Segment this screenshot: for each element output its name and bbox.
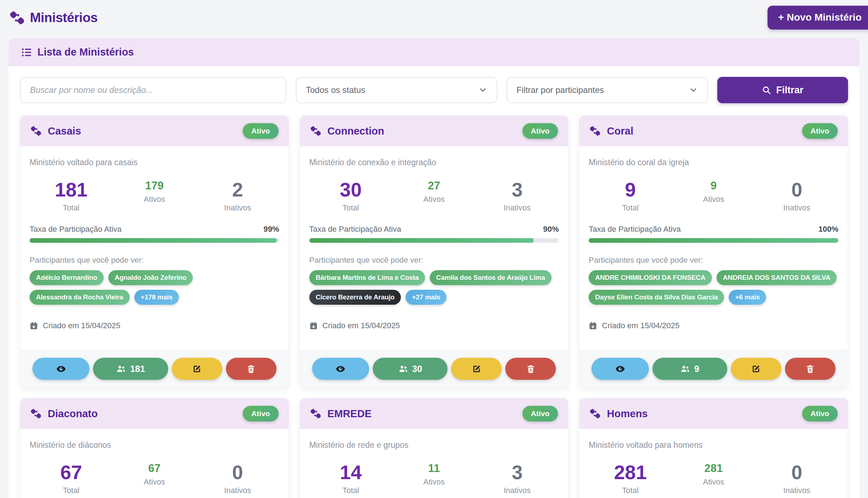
participation-value: 99% bbox=[264, 225, 279, 234]
participant-chips: Adélcio BernardinoAgnaldo João ZeferinoA… bbox=[30, 270, 279, 305]
trash-icon bbox=[246, 364, 256, 374]
active-number: 11 bbox=[392, 463, 476, 474]
active-number: 27 bbox=[392, 180, 476, 191]
chip-more-participants[interactable]: +6 mais bbox=[729, 290, 766, 305]
progress-fill bbox=[589, 238, 838, 243]
participation-value: 100% bbox=[818, 225, 838, 234]
eye-icon bbox=[615, 364, 625, 374]
new-ministry-button[interactable]: + Novo Ministério bbox=[768, 6, 868, 30]
inactive-label: Inativos bbox=[755, 203, 838, 213]
participants-label: Participantes que você pode ver: bbox=[30, 256, 279, 265]
ministry-card: Homens Ativo Ministério voltado para hom… bbox=[579, 398, 848, 498]
progress-fill bbox=[309, 238, 534, 243]
inactive-number: 3 bbox=[476, 180, 559, 200]
participation-row: Taxa de Participação Ativa 100% bbox=[589, 225, 838, 234]
card-header: Diaconato Ativo bbox=[20, 398, 289, 429]
total-number: 30 bbox=[309, 180, 393, 200]
ministry-name: Coral bbox=[607, 125, 633, 137]
active-label: Ativos bbox=[113, 195, 196, 204]
view-button[interactable] bbox=[591, 358, 649, 380]
status-badge: Ativo bbox=[243, 406, 279, 421]
participation-value: 90% bbox=[543, 225, 559, 234]
filter-button[interactable]: Filtrar bbox=[717, 77, 848, 103]
stats-row: 30 Total 27 Ativos 3 Inativos bbox=[309, 180, 559, 213]
chip-more-participants[interactable]: +27 mais bbox=[405, 290, 446, 305]
ministry-description: Ministério de conexão e integração bbox=[309, 158, 559, 167]
stat-active: 281 Ativos bbox=[672, 463, 755, 487]
ministry-card: EMREDE Ativo Ministério de rede e grupos… bbox=[300, 398, 569, 498]
members-button[interactable]: 9 bbox=[652, 358, 727, 380]
view-button[interactable] bbox=[312, 358, 369, 380]
total-label: Total bbox=[30, 203, 113, 213]
inactive-number: 0 bbox=[755, 463, 838, 482]
members-button[interactable]: 181 bbox=[93, 358, 168, 380]
edit-icon bbox=[751, 364, 761, 374]
chip-more-participants[interactable]: +178 mais bbox=[134, 290, 179, 305]
members-button[interactable]: 30 bbox=[373, 358, 448, 380]
inactive-number: 0 bbox=[755, 180, 838, 200]
total-number: 67 bbox=[30, 463, 113, 482]
inactive-label: Inativos bbox=[755, 486, 838, 495]
participant-chips: ANDRE CHIMILOSKI DA FONSECAANDREIA DOS S… bbox=[589, 270, 838, 305]
delete-button[interactable] bbox=[226, 358, 277, 380]
ministry-description: Ministério voltado para homens bbox=[589, 440, 838, 450]
total-label: Total bbox=[589, 203, 672, 213]
search-input[interactable] bbox=[20, 77, 286, 103]
chip-participant: Adélcio Bernardino bbox=[30, 270, 104, 285]
edit-button[interactable] bbox=[451, 358, 502, 380]
view-button[interactable] bbox=[32, 358, 89, 380]
calendar-plus-icon bbox=[309, 321, 318, 330]
stat-active: 11 Ativos bbox=[392, 463, 476, 487]
active-label: Ativos bbox=[392, 195, 476, 204]
inactive-label: Inativos bbox=[196, 486, 279, 495]
ministry-name: Connection bbox=[327, 125, 384, 137]
topbar: Ministérios + Novo Ministério bbox=[0, 0, 868, 36]
participation-label: Taxa de Participação Ativa bbox=[30, 225, 122, 234]
ministry-icon bbox=[30, 408, 42, 419]
participation-label: Taxa de Participação Ativa bbox=[589, 225, 681, 234]
ministries-panel: Lista de Ministérios Todos os status Fil… bbox=[9, 38, 859, 498]
progress-bar bbox=[589, 238, 838, 243]
card-header: Homens Ativo bbox=[579, 398, 848, 429]
ministry-grid: Casais Ativo Ministério voltado para cas… bbox=[20, 115, 848, 498]
ministries-logo-icon bbox=[9, 10, 25, 26]
progress-bar bbox=[30, 238, 279, 243]
total-label: Total bbox=[30, 486, 113, 495]
card-body: Ministério de diáconos 67 Total 67 Ativo… bbox=[20, 429, 289, 498]
edit-button[interactable] bbox=[172, 358, 222, 380]
total-label: Total bbox=[309, 486, 393, 495]
stat-active: 67 Ativos bbox=[113, 463, 196, 487]
delete-button[interactable] bbox=[505, 358, 556, 380]
ministry-name: Casais bbox=[48, 125, 81, 137]
ministry-description: Ministério do coral da igreja bbox=[589, 158, 838, 167]
status-select[interactable]: Todos os status bbox=[296, 77, 497, 103]
filter-button-label: Filtrar bbox=[776, 85, 804, 96]
total-label: Total bbox=[589, 486, 672, 495]
created-date: Criado em 15/04/2025 bbox=[309, 321, 559, 330]
card-body: Ministério de conexão e integração 30 To… bbox=[300, 146, 568, 350]
created-text: Criado em 15/04/2025 bbox=[602, 321, 680, 330]
delete-button[interactable] bbox=[785, 358, 836, 380]
stat-total: 9 Total bbox=[589, 180, 672, 213]
stat-inactive: 0 Inativos bbox=[755, 180, 838, 213]
created-text: Criado em 15/04/2025 bbox=[322, 321, 400, 330]
stats-row: 9 Total 9 Ativos 0 Inativos bbox=[589, 180, 838, 213]
participation-label: Taxa de Participação Ativa bbox=[309, 225, 401, 234]
active-number: 179 bbox=[113, 180, 196, 191]
ministry-name: Diaconato bbox=[48, 408, 98, 420]
chip-participant: Cicero Bezerra de Araujo bbox=[309, 290, 401, 305]
card-body: Ministério do coral da igreja 9 Total 9 … bbox=[579, 146, 848, 350]
card-footer: 181 bbox=[20, 350, 289, 388]
panel-title: Lista de Ministérios bbox=[37, 46, 134, 58]
users-icon bbox=[398, 364, 408, 374]
participants-select[interactable]: Filtrar por participantes bbox=[507, 77, 708, 103]
panel-body: Todos os status Filtrar por participante… bbox=[9, 66, 859, 498]
stat-inactive: 0 Inativos bbox=[196, 463, 279, 495]
status-badge: Ativo bbox=[522, 406, 558, 421]
active-number: 67 bbox=[113, 463, 196, 474]
edit-icon bbox=[192, 364, 202, 374]
chip-participant: Dayse Ellen Costa da Silva Dias Garcia bbox=[589, 290, 724, 305]
active-number: 281 bbox=[672, 463, 755, 474]
edit-button[interactable] bbox=[731, 358, 781, 380]
created-text: Criado em 15/04/2025 bbox=[43, 321, 120, 330]
